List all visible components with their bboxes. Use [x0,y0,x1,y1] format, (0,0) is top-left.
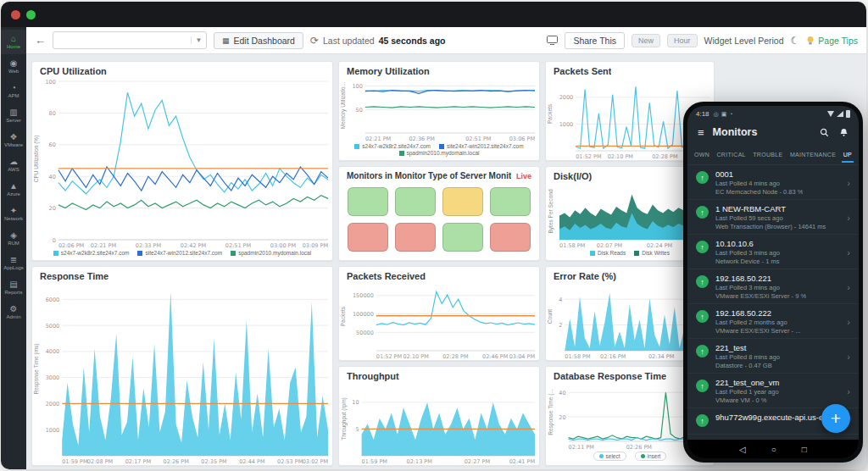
monitor-type-info: VMware VM - 0 % [715,396,780,404]
sidebar-item[interactable]: ≣ AppLogs [1,251,26,275]
android-nav-icon[interactable]: ◁ [739,445,746,454]
svg-text:02:06 PM: 02:06 PM [58,242,84,249]
legend-dot [599,454,604,458]
monitor-list-item[interactable]: ↑ 0001 Last Polled 4 mins ago EC Memcach… [687,165,859,200]
monitor-status-tile[interactable] [348,187,388,216]
card-title: Packets Received [347,271,426,281]
search-icon[interactable] [820,128,829,137]
legend-swatch [53,251,58,256]
monitor-list-item[interactable]: ↑ 192.168.50.222 Last Polled 2 months ag… [687,304,859,339]
android-nav-icon[interactable]: ○ [771,445,776,454]
sidebar-item[interactable]: ☁ AWS [1,152,26,177]
svg-text:02:17 PM: 02:17 PM [125,458,151,465]
card-title: Packets Sent [554,66,611,76]
phone-tab[interactable]: OWN [693,147,711,163]
monitor-name: 192.168.50.222 [715,308,800,318]
sidebar-item[interactable]: ⚙ Admin [1,300,26,324]
legend-item[interactable]: s24x7-w2k8r2.site24x7.com [53,250,130,256]
phone-tab[interactable]: UP [842,147,854,163]
y-axis-label: Packets [546,78,554,150]
android-nav-icon[interactable]: □ [802,445,807,454]
legend-item[interactable]: site24x7-win2012.site24x7.com [439,143,524,149]
monitor-list-item[interactable]: ↑ 221_test Last Polled 8 mins ago Datast… [687,339,859,374]
legend-item[interactable]: s24x7-w2k8r2.site24x7.com [354,143,431,149]
legend-item[interactable]: Disk Writes [634,250,670,256]
sidebar-item[interactable]: ◔ APM [1,79,26,103]
sidebar-item-icon: ≣ [10,256,17,264]
monitor-status-tile[interactable] [442,223,483,252]
svg-text:2: 2 [559,322,562,329]
back-icon[interactable]: ← [35,34,46,47]
svg-text:01:52 PM: 01:52 PM [376,353,402,360]
sidebar-item-icon: ⌂ [11,35,16,43]
legend-item[interactable]: insert [635,452,667,461]
sidebar-item-icon: ◉ [10,59,18,68]
sidebar-item-label: APM [8,93,19,98]
svg-text:02:35 PM: 02:35 PM [201,458,226,465]
throughput-card: Throughput Throughput (rpm) 51001:59 PM0… [338,366,540,466]
card-title: Error Rate (%) [554,271,616,281]
legend-item[interactable]: site24x7-win2012.site24x7.com [137,250,222,256]
monitor-list-item[interactable]: ↑ 221_test_one_vm Last Polled 1 year ago… [687,374,859,408]
refresh-icon[interactable]: ⟳ [310,35,319,47]
sidebar-item[interactable]: ▤ Reports [1,275,26,300]
menu-icon[interactable]: ≡ [698,126,704,139]
legend-item[interactable]: Disk Reads [590,250,626,256]
monitor-status-tile[interactable] [348,223,388,252]
monitor-status-tile[interactable] [490,187,531,216]
android-nav-bar: ◁○□ [687,440,859,458]
share-screen-icon[interactable] [547,36,558,45]
svg-text:02:26 PM: 02:26 PM [626,444,652,451]
mobile-phone-overlay: 4:18 ◎▣◔ ≡ Monitors OWNCRITICALTROUBLEMA… [683,102,863,463]
last-updated: ⟳ Last updated 45 seconds ago [310,35,446,47]
bell-icon[interactable] [839,128,849,137]
hour-period-pill[interactable]: Hour [667,34,698,47]
sidebar-item-label: Network [4,216,23,221]
sidebar-item[interactable]: ◈ RUM [1,226,26,251]
add-monitor-fab[interactable]: + [821,404,850,433]
sidebar-item[interactable]: ▲ Azure [1,177,26,202]
monitor-list-item[interactable]: ↑ 192.168.50.221 Last Polled 3 mins ago … [687,269,859,304]
sidebar-item[interactable]: ❖ VMware [1,128,26,152]
chevron-down-icon[interactable]: ▼ [191,36,206,44]
phone-tab[interactable]: CRITICAL [715,147,748,163]
sidebar-item[interactable]: ▥ Server [1,103,26,128]
monitor-last-polled: Last Polled 4 mins ago [715,180,803,187]
phone-app-title: Monitors [713,126,758,138]
window-title-bar [1,2,866,27]
svg-text:01:58 PM: 01:58 PM [565,353,590,360]
packets-received-card: Packets Received Packets 500001000001500… [338,266,540,361]
window-control-dot[interactable] [26,10,36,19]
legend-item[interactable]: spadmin2010.mydomain.local [231,250,311,256]
phone-tab[interactable]: MAINTENANCE [788,147,837,163]
monitor-status-tile[interactable] [395,187,436,216]
dark-mode-icon[interactable]: ☾ [791,35,800,47]
dashboard-select[interactable]: ▼ [53,31,207,49]
monitor-list-item[interactable]: ↑ 1 NEW-RBM-CART Last Polled 59 secs ago… [687,200,859,235]
new-pill[interactable]: New [632,34,660,47]
monitor-status-tile[interactable] [442,187,483,216]
monitor-list-item[interactable]: ↑ 10.10.10.6 Last Polled 3 mins ago Netw… [687,235,859,269]
monitor-status-tile[interactable] [490,223,531,252]
status-up-icon: ↑ [696,275,709,288]
y-axis-label: Packets [339,283,348,350]
sidebar-item[interactable]: ✦ Network [1,202,26,226]
page-tips-button[interactable]: Page Tips [806,36,858,46]
legend-item[interactable]: select [593,452,626,461]
sidebar-item-icon: ◈ [10,231,17,240]
share-this-button[interactable]: Share This [565,32,625,49]
edit-dashboard-button[interactable]: ▦ Edit Dashboard [214,32,303,49]
sidebar-item[interactable]: ⌂ Home [1,30,26,54]
widget-level-period-button[interactable]: Widget Level Period [704,36,784,46]
sidebar-item[interactable]: ◉ Web [1,54,26,79]
card-title: CPU Utilization [40,66,107,76]
window-control-dot[interactable] [11,10,20,19]
phone-tab[interactable]: TROUBLE [751,147,784,163]
status-left-icons: ◎▣◔ [714,111,733,118]
svg-text:02:46 PM: 02:46 PM [482,353,508,360]
y-axis-label: Throughput (rpm) [339,383,348,455]
legend-item[interactable]: spadmin2010.mydomain.local [399,150,480,156]
legend-dot [641,454,645,458]
status-up-icon: ↑ [696,414,709,427]
monitor-status-tile[interactable] [395,223,436,252]
